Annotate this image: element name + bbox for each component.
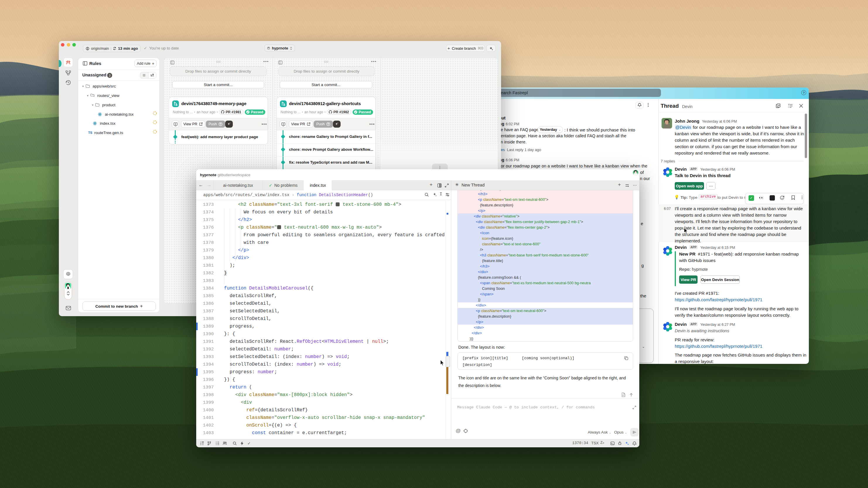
svg-text:MD: MD: [622, 394, 625, 396]
